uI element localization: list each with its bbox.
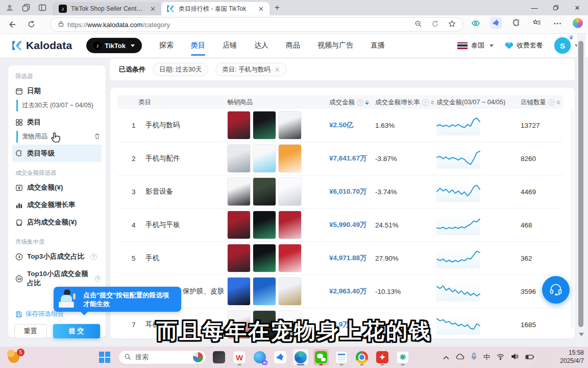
taskbar-search[interactable]: 搜索 xyxy=(118,350,206,364)
category-name[interactable]: 手机与平板 xyxy=(145,220,180,229)
address-bar[interactable]: https://www.kalodata.com/category xyxy=(50,17,463,32)
product-thumb[interactable] xyxy=(278,211,302,239)
product-thumb[interactable] xyxy=(278,111,302,140)
filter-top3-share[interactable]: 3 Top3小店成交占比 ? xyxy=(8,248,106,265)
app-notepad-icon[interactable] xyxy=(334,349,349,365)
filter-chip-category[interactable]: 类目: 手机与数码✕ xyxy=(215,63,286,76)
product-thumb[interactable] xyxy=(227,177,251,206)
close-icon[interactable]: ✕ xyxy=(275,66,280,74)
kalodata-logo[interactable]: Kalodata xyxy=(11,39,72,52)
collections-icon[interactable] xyxy=(531,17,543,29)
product-thumb[interactable] xyxy=(278,177,302,206)
notification-widget[interactable]: 5 xyxy=(7,350,24,365)
more-options-icon[interactable]: ⋯ xyxy=(551,17,564,29)
category-name[interactable]: 手机与配件 xyxy=(145,154,180,163)
product-thumb[interactable] xyxy=(227,244,251,272)
sort-icons[interactable] xyxy=(556,100,560,105)
help-icon[interactable]: ? xyxy=(90,254,97,260)
app-red-icon[interactable]: ✦ xyxy=(375,349,390,365)
zoom-out-icon[interactable] xyxy=(414,20,422,29)
app-files-icon[interactable] xyxy=(211,349,227,365)
table-row[interactable]: 4 手机与平板 ¥5,990.49万 24.51% 468 xyxy=(117,209,564,242)
nav-shop[interactable]: 店铺 xyxy=(223,34,237,57)
account-menu[interactable]: ♛ S xyxy=(554,37,579,54)
product-thumb[interactable] xyxy=(227,111,251,140)
nav-category[interactable]: 类目 xyxy=(191,34,205,57)
translate-icon[interactable] xyxy=(431,20,439,29)
product-thumb[interactable] xyxy=(227,211,251,239)
product-thumb[interactable] xyxy=(278,144,302,173)
nav-product[interactable]: 商品 xyxy=(286,34,300,57)
tab-layout-icon[interactable] xyxy=(38,3,47,12)
trash-icon[interactable] xyxy=(94,133,101,141)
category-name[interactable]: 手机 xyxy=(145,254,159,263)
category-name[interactable]: 手机与数码 xyxy=(145,121,180,130)
product-thumb[interactable] xyxy=(253,144,276,173)
category-name[interactable]: 保护膜、皮肤 xyxy=(183,287,224,296)
product-thumbnails[interactable] xyxy=(227,277,302,306)
product-thumbnails[interactable] xyxy=(227,144,302,173)
product-thumb[interactable] xyxy=(278,244,302,272)
category-name[interactable]: 影音设备 xyxy=(145,187,173,196)
taskbar-clock[interactable]: 15:58 2025/4/7 xyxy=(560,349,584,365)
app-ai-browser-icon[interactable] xyxy=(252,349,267,365)
battery-icon[interactable] xyxy=(525,353,534,362)
table-scrollbar[interactable] xyxy=(571,109,574,329)
filter-category-level[interactable]: 类目等级 xyxy=(12,145,102,162)
table-row[interactable]: 1 手机与数码 ¥2.50亿 1.63% 13727 xyxy=(117,109,564,142)
table-row[interactable]: 3 影音设备 ¥6,010.70万 -3.74% 4469 xyxy=(117,175,564,209)
volume-icon[interactable] xyxy=(511,353,519,362)
tray-expand-icon[interactable] xyxy=(443,353,449,362)
extensions-puzzle-icon[interactable] xyxy=(510,17,523,29)
customer-support-button[interactable] xyxy=(542,276,570,304)
filter-shop-avg-gmv[interactable]: 店均成交金额(¥) xyxy=(8,214,106,231)
product-thumbnails[interactable] xyxy=(227,244,302,272)
app-flower-icon[interactable]: ❋ xyxy=(395,349,410,365)
help-icon[interactable]: ? xyxy=(95,275,101,282)
window-minimize-button[interactable]: — xyxy=(524,0,545,15)
filter-date[interactable]: 日期 xyxy=(8,82,106,100)
product-thumb[interactable] xyxy=(227,144,251,173)
onedrive-icon[interactable] xyxy=(456,353,464,362)
date-filter-value[interactable]: 过去30天 (03/07 ~ 04/05) xyxy=(16,100,101,111)
info-icon[interactable]: ? xyxy=(422,99,429,106)
app-chrome-icon[interactable] xyxy=(354,349,370,365)
page-scrollbar[interactable] xyxy=(577,34,585,347)
nav-video-ads[interactable]: 视频与广告 xyxy=(317,34,353,57)
info-icon[interactable]: ? xyxy=(548,99,555,106)
platform-selector[interactable]: ♪ TikTok xyxy=(86,38,142,53)
pricing-plan-link[interactable]: 收费套餐 xyxy=(505,41,543,50)
scrollbar-thumb[interactable] xyxy=(578,41,583,327)
table-row[interactable]: 2 手机与配件 ¥7,641.67万 -3.87% 8260 xyxy=(117,142,564,175)
product-thumb[interactable] xyxy=(253,244,276,272)
table-row[interactable]: 5 手机 ¥4,971.88万 27.90% 362 xyxy=(117,242,564,275)
product-thumb[interactable] xyxy=(253,111,276,140)
col-revenue[interactable]: 成交金额? xyxy=(329,98,369,107)
filter-gmv-growth[interactable]: 成交金额增长率 xyxy=(8,196,106,214)
favorite-star-icon[interactable] xyxy=(448,20,456,29)
copilot-icon[interactable] xyxy=(572,17,584,29)
app-edge-icon[interactable] xyxy=(293,349,308,365)
nav-creator[interactable]: 达人 xyxy=(254,34,268,57)
window-close-button[interactable]: ✕ xyxy=(567,0,588,15)
kalodata-extension-icon[interactable] xyxy=(470,17,482,29)
start-button[interactable] xyxy=(99,352,110,363)
nav-explore[interactable]: 探索 xyxy=(159,34,174,57)
product-thumb[interactable] xyxy=(253,277,276,306)
profile-icon[interactable] xyxy=(5,3,14,12)
filter-gmv[interactable]: 成交金额(¥) xyxy=(8,179,106,196)
thunder-extension-icon[interactable] xyxy=(490,17,502,29)
wifi-icon[interactable] xyxy=(497,353,504,362)
window-restore-button[interactable] xyxy=(545,0,567,15)
url-text[interactable]: https://www.kalodata.com/category xyxy=(67,21,170,29)
info-icon[interactable]: ? xyxy=(357,99,363,106)
workspaces-icon[interactable] xyxy=(21,3,31,12)
sort-icons[interactable] xyxy=(365,100,369,105)
input-method-indicator[interactable]: 中 xyxy=(483,353,490,362)
tab-close-icon[interactable]: ✕ xyxy=(149,5,157,13)
product-thumbnails[interactable] xyxy=(227,111,302,140)
lock-icon[interactable] xyxy=(58,20,64,29)
sort-icons[interactable] xyxy=(430,100,434,105)
nav-live[interactable]: 直播 xyxy=(371,34,385,57)
filter-chip-date[interactable]: 日期: 过去30天 xyxy=(153,63,208,76)
